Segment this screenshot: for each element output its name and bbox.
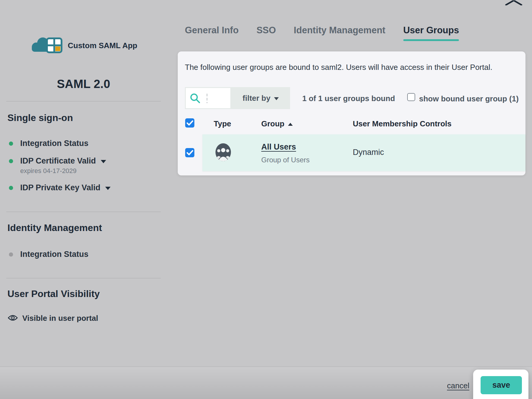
tab-identity-management[interactable]: Identity Management [294,25,385,41]
status-dot-green [9,186,13,190]
divider [6,278,161,278]
close-button[interactable] [505,0,522,5]
search-filter-group: filter by [185,87,290,109]
filter-by-dropdown[interactable]: filter by [231,87,290,109]
panel-description: The following user groups are bound to s… [185,63,492,72]
tab-bar: General Info SSO Identity Management Use… [185,25,459,41]
app-logo-label: Custom SAML App [68,41,137,50]
idp-private-key-valid[interactable]: IDP Private Key Valid [6,183,111,192]
group-type: Group of Users [261,156,310,164]
certificate-expiry: expires 04-17-2029 [20,167,77,175]
identity-management-section-title: Identity Management [7,222,102,233]
show-bound-label[interactable]: show bound user group (1) [419,94,519,103]
user-groups-panel: The following user groups are bound to s… [178,51,525,175]
cloud-grid-icon [30,36,65,55]
search-input[interactable] [203,88,230,108]
tab-sso[interactable]: SSO [256,25,276,41]
cancel-button[interactable]: cancel [447,381,469,390]
select-all-checkbox[interactable] [185,118,194,128]
protocol-title: SAML 2.0 [6,77,161,91]
column-header-type: Type [214,119,231,128]
user-portal-section-title: User Portal Visibility [7,288,100,299]
tab-user-groups[interactable]: User Groups [403,25,459,41]
chevron-down-icon [274,97,279,100]
column-header-group[interactable]: Group [261,119,293,128]
membership-controls-value: Dynamic [353,148,384,157]
row-checkbox[interactable] [185,148,194,157]
column-header-membership-controls: User Membership Controls [353,119,451,128]
user-group-avatar [215,143,232,163]
sso-integration-status[interactable]: Integration Status [6,139,89,148]
eye-icon [7,314,18,323]
tab-general-info[interactable]: General Info [185,25,239,41]
idp-certificate-valid[interactable]: IDP Certificate Valid [6,156,106,166]
save-button[interactable]: save [481,376,522,394]
show-bound-checkbox[interactable] [407,93,415,101]
divider [6,212,161,212]
save-spotlight-card: save [473,370,528,399]
group-name-link[interactable]: All Users [261,142,296,152]
chevron-down-icon [105,187,111,190]
sort-ascending-icon [288,123,293,126]
status-dot-green [9,159,13,163]
bound-count: 1 of 1 user groups bound [302,94,395,103]
status-dot-green [9,142,13,146]
divider [6,101,161,101]
sso-section-title: Single sign-on [7,112,73,123]
chevron-down-icon [101,160,106,163]
status-dot-gray [9,252,13,257]
app-logo: Custom SAML App [6,36,161,55]
im-integration-status: Integration Status [6,250,89,259]
search-box[interactable] [186,88,230,108]
close-icon [505,0,522,5]
portal-visibility-status: Visible in user portal [7,314,98,323]
